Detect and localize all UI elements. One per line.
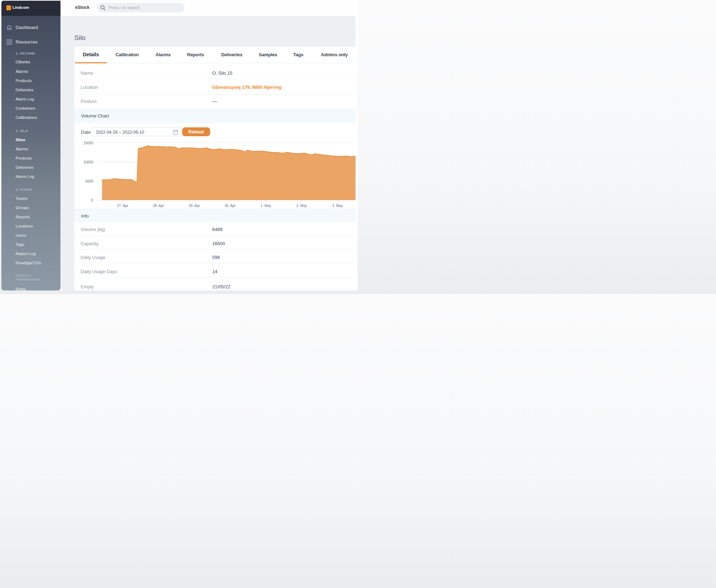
svg-text:15000: 15000 (83, 141, 93, 145)
svg-text:5000: 5000 (85, 179, 93, 183)
svg-text:3. May: 3. May (332, 203, 343, 207)
svg-text:29. Apr: 29. Apr (189, 203, 200, 207)
svg-text:0: 0 (91, 198, 93, 202)
svg-text:28. Apr: 28. Apr (153, 203, 164, 207)
svg-text:30. Apr: 30. Apr (224, 203, 236, 207)
svg-text:10000: 10000 (83, 160, 93, 164)
svg-text:1. May: 1. May (260, 203, 271, 207)
svg-text:2. May: 2. May (296, 203, 307, 207)
svg-text:27. Apr: 27. Apr (117, 203, 128, 207)
